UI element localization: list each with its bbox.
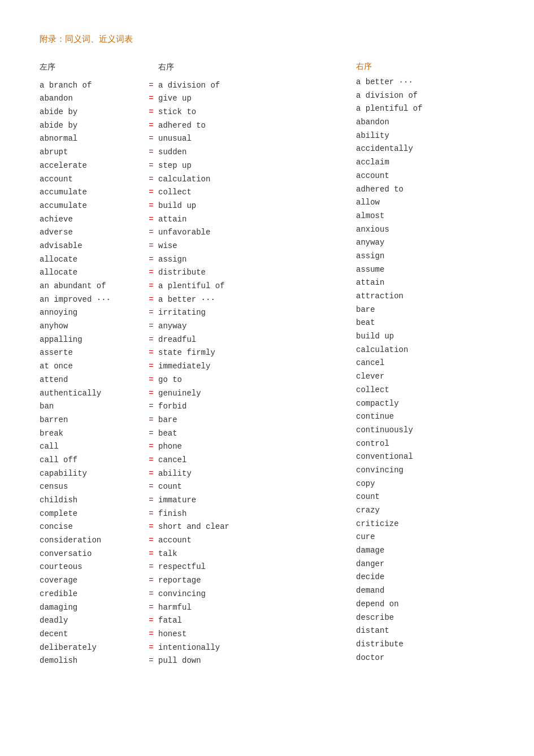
right-word: wise	[158, 240, 177, 253]
list-item: control	[356, 438, 486, 450]
entries-list: a branch of=a division ofabandon=give up…	[40, 80, 356, 667]
list-item: criticize	[356, 518, 486, 531]
list-item: allow	[356, 197, 486, 209]
right-word: a division of	[158, 80, 220, 92]
equals-sign: =	[144, 521, 158, 533]
list-item: assign	[356, 250, 486, 263]
equals-sign: =	[144, 160, 158, 172]
table-row: ban=forbid	[40, 401, 356, 413]
list-item: count	[356, 491, 486, 503]
equals-sign: =	[144, 388, 158, 400]
list-item: convincing	[356, 464, 486, 477]
right-word: state firmly	[158, 347, 215, 359]
right-word: unfavorable	[158, 227, 210, 239]
table-row: coverage=reportage	[40, 575, 356, 587]
table-row: adverse=unfavorable	[40, 227, 356, 239]
table-row: annoying=irritating	[40, 307, 356, 319]
left-word: at once	[40, 360, 144, 373]
left-word: abandon	[40, 93, 144, 105]
right-word: give up	[158, 93, 192, 105]
equals-sign: =	[144, 173, 158, 186]
list-item: almost	[356, 210, 486, 223]
table-row: credible=convincing	[40, 588, 356, 601]
left-word: annoying	[40, 307, 144, 319]
list-item: acclaim	[356, 157, 486, 169]
right-word: talk	[158, 548, 177, 561]
left-word: break	[40, 428, 144, 440]
equals-sign: =	[144, 535, 158, 547]
table-row: abandon=give up	[40, 93, 356, 105]
list-item: attain	[356, 277, 486, 289]
table-row: barren=bare	[40, 414, 356, 427]
right-word: bare	[158, 414, 177, 427]
list-item: doctor	[356, 652, 486, 664]
table-row: accumulate=build up	[40, 200, 356, 212]
list-item: describe	[356, 612, 486, 624]
left-word: attend	[40, 374, 144, 386]
equals-sign: =	[144, 414, 158, 427]
list-item: a plentiful of	[356, 103, 486, 115]
left-header: 左序	[40, 62, 144, 74]
list-item: adhered to	[356, 184, 486, 196]
list-item: beat	[356, 317, 486, 329]
table-row: anyhow=anyway	[40, 320, 356, 333]
right-word: a plentiful of	[158, 280, 225, 293]
right-word: build up	[158, 200, 196, 212]
left-word: accumulate	[40, 200, 144, 212]
equals-sign: =	[144, 307, 158, 319]
column-headers-row: 左序 右序	[40, 62, 356, 79]
equals-sign: =	[144, 106, 158, 119]
left-word: credible	[40, 588, 144, 601]
right-word: collect	[158, 186, 192, 199]
left-word: deliberately	[40, 642, 144, 654]
right-list: a better ···a division ofa plentiful ofa…	[356, 76, 486, 664]
right-word: account	[158, 535, 192, 547]
equals-sign: =	[144, 494, 158, 507]
left-word: authentically	[40, 388, 144, 400]
right-column: 右序 a better ···a division ofa plentiful …	[356, 62, 486, 668]
table-row: allocate=assign	[40, 254, 356, 266]
list-item: depend on	[356, 598, 486, 611]
table-row: authentically=genuinely	[40, 388, 356, 400]
table-row: complete=finish	[40, 508, 356, 520]
left-word: call off	[40, 454, 144, 467]
left-word: abrupt	[40, 146, 144, 159]
equals-sign: =	[144, 628, 158, 641]
table-row: abnormal=unusual	[40, 133, 356, 145]
left-word: courteous	[40, 561, 144, 573]
left-word: adverse	[40, 227, 144, 239]
header-equals	[144, 62, 158, 74]
table-row: demolish=pull down	[40, 655, 356, 667]
left-word: asserte	[40, 347, 144, 359]
equals-sign: =	[144, 320, 158, 333]
left-word: deadly	[40, 615, 144, 627]
left-word: appalling	[40, 334, 144, 346]
right-header: 右序	[356, 62, 486, 72]
equals-sign: =	[144, 575, 158, 587]
equals-sign: =	[144, 240, 158, 253]
left-word: consideration	[40, 535, 144, 547]
equals-sign: =	[144, 602, 158, 614]
right-word: honest	[158, 628, 186, 641]
equals-sign: =	[144, 280, 158, 293]
equals-sign: =	[144, 133, 158, 145]
table-row: accelerate=step up	[40, 160, 356, 172]
list-item: danger	[356, 558, 486, 571]
right-word: anyway	[158, 320, 186, 333]
right-word: adhered to	[158, 120, 206, 132]
right-word: finish	[158, 508, 186, 520]
left-word: capability	[40, 468, 144, 480]
equals-sign: =	[144, 508, 158, 520]
table-row: decent=honest	[40, 628, 356, 641]
left-word: damaging	[40, 602, 144, 614]
table-row: at once=immediately	[40, 360, 356, 373]
equals-sign: =	[144, 227, 158, 239]
right-word: calculation	[158, 173, 210, 186]
list-item: bare	[356, 304, 486, 316]
list-item: accidentally	[356, 143, 486, 155]
list-item: continue	[356, 411, 486, 423]
table-row: account=calculation	[40, 173, 356, 186]
left-word: conversatio	[40, 548, 144, 561]
left-word: accelerate	[40, 160, 144, 172]
list-item: calculation	[356, 344, 486, 357]
